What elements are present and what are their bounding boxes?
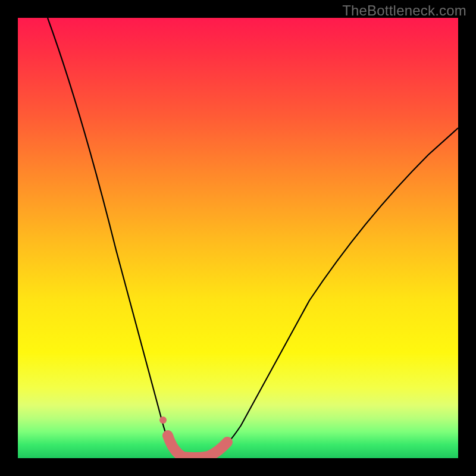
plot-area xyxy=(18,18,458,458)
watermark-text: TheBottleneck.com xyxy=(342,2,466,19)
curve-layer xyxy=(18,18,458,458)
chart-frame: TheBottleneck.com xyxy=(0,0,476,476)
accent-thick-segment xyxy=(168,436,227,458)
bottleneck-curve xyxy=(48,18,458,458)
accent-left-dot xyxy=(159,416,167,424)
